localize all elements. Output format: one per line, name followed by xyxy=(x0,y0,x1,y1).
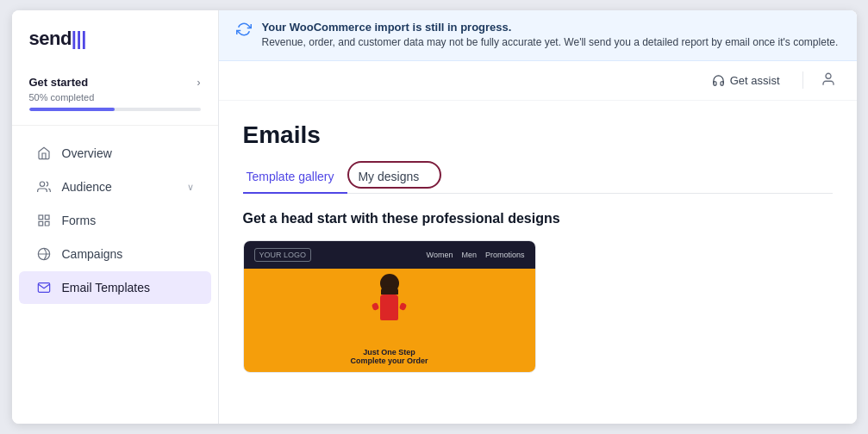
nav-menu: Overview Audience ∨ xyxy=(12,126,218,424)
user-profile-button[interactable] xyxy=(817,68,840,93)
sidebar-item-label: Audience xyxy=(62,180,112,194)
sidebar-item-overview[interactable]: Overview xyxy=(19,137,211,170)
template-logo: YOUR LOGO xyxy=(254,248,312,262)
progress-label: 50% completed xyxy=(29,92,201,102)
sidebar-item-campaigns[interactable]: Campaigns xyxy=(19,238,211,270)
chevron-down-icon: ∨ xyxy=(187,182,194,193)
sidebar-item-forms[interactable]: Forms xyxy=(19,204,211,237)
campaigns-icon xyxy=(36,246,52,262)
template-card-header: YOUR LOGO Women Men Promotions xyxy=(244,241,535,269)
svg-point-5 xyxy=(826,73,831,78)
get-started-chevron-icon: › xyxy=(197,77,201,89)
get-started-label: Get started xyxy=(29,76,89,89)
top-bar: Get assist xyxy=(219,61,857,101)
nav-women: Women xyxy=(427,251,453,259)
get-assist-label: Get assist xyxy=(730,74,780,87)
audience-icon xyxy=(36,179,52,195)
topbar-divider xyxy=(802,71,803,89)
card-caption-line1: Just One Step xyxy=(350,348,428,356)
sidebar-item-label: Email Templates xyxy=(62,281,150,294)
svg-rect-1 xyxy=(39,215,43,220)
logo-bars: ||| xyxy=(72,28,86,49)
app-container: send||| Get started › 50% completed xyxy=(12,10,857,424)
nav-men: Men xyxy=(461,251,477,259)
main-content: Your WooCommerce import is still in prog… xyxy=(219,10,857,424)
sidebar-item-label: Forms xyxy=(62,214,97,227)
tab-my-designs[interactable]: My designs xyxy=(354,163,433,194)
logo-text: send xyxy=(29,28,72,49)
sync-icon xyxy=(236,22,252,37)
template-nav: Women Men Promotions xyxy=(427,251,525,259)
progress-bar-fill xyxy=(29,108,116,111)
section-subtitle: Get a head start with these professional… xyxy=(243,211,833,226)
sidebar-item-label: Overview xyxy=(62,146,112,160)
sidebar: send||| Get started › 50% completed xyxy=(12,10,219,424)
app-logo: send||| xyxy=(12,28,218,67)
tabs-row: Template gallery My designs xyxy=(243,163,833,194)
svg-point-0 xyxy=(40,182,44,186)
notification-title: Your WooCommerce import is still in prog… xyxy=(262,21,839,34)
page-body: Emails Template gallery My designs Get a… xyxy=(219,101,857,424)
headset-icon xyxy=(712,74,725,87)
get-assist-button[interactable]: Get assist xyxy=(703,70,789,91)
get-started-section[interactable]: Get started › 50% completed xyxy=(12,67,218,126)
notification-text: Your WooCommerce import is still in prog… xyxy=(262,21,839,50)
notification-banner: Your WooCommerce import is still in prog… xyxy=(219,10,857,61)
sidebar-item-audience[interactable]: Audience ∨ xyxy=(19,170,211,203)
svg-rect-2 xyxy=(45,215,49,220)
tab-template-gallery[interactable]: Template gallery xyxy=(243,163,348,194)
page-title: Emails xyxy=(243,121,833,149)
template-card[interactable]: YOUR LOGO Women Men Promotions xyxy=(243,240,536,373)
forms-icon xyxy=(36,213,52,228)
notification-description: Revenue, order, and customer data may no… xyxy=(262,35,839,50)
card-caption: Just One Step Complete your Order xyxy=(350,348,428,365)
home-icon xyxy=(36,146,52,161)
sidebar-item-email-templates[interactable]: Email Templates xyxy=(19,271,211,304)
svg-rect-3 xyxy=(39,221,43,226)
card-caption-line2: Complete your Order xyxy=(350,356,428,365)
figure-illustration xyxy=(372,274,407,320)
template-card-body: Just One Step Complete your Order xyxy=(244,269,535,372)
sidebar-item-label: Campaigns xyxy=(62,247,123,261)
progress-bar-bg xyxy=(29,108,201,111)
email-icon xyxy=(36,280,52,295)
nav-promotions: Promotions xyxy=(485,251,525,259)
